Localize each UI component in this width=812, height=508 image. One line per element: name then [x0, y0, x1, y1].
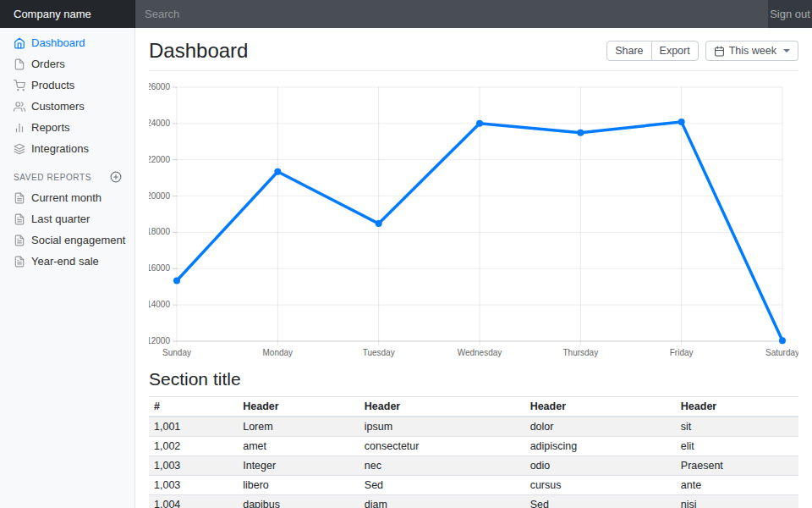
file-icon	[14, 58, 25, 70]
sign-out-link[interactable]: Sign out	[768, 0, 812, 28]
plus-circle-icon	[110, 171, 122, 183]
table-cell: 1,002	[149, 437, 238, 456]
table-cell: elit	[676, 437, 798, 456]
add-report-button[interactable]	[110, 171, 122, 183]
saved-report-social-engagement[interactable]: Social engagement	[0, 229, 135, 251]
table-cell: 1,003	[149, 476, 238, 495]
axis-tick-label: Tuesday	[363, 348, 395, 357]
table-cell: Integer	[238, 456, 359, 476]
search-input[interactable]	[135, 0, 768, 28]
axis-tick-label: 18000	[149, 227, 170, 236]
sidebar-item-customers[interactable]: Customers	[0, 96, 135, 117]
calendar-icon	[714, 46, 725, 57]
axis-tick-label: Sunday	[162, 348, 191, 357]
shopping-cart-icon	[14, 80, 25, 91]
table-header-cell: Header	[525, 397, 676, 417]
axis-tick-label: 14000	[149, 300, 170, 309]
saved-report-last-quarter[interactable]: Last quarter	[0, 208, 135, 229]
table-row: 1,003liberoSedcursusante	[149, 476, 798, 495]
sidebar-item-label: Products	[31, 79, 74, 91]
table-cell: Sed	[359, 476, 525, 495]
page-body: DashboardOrdersProductsCustomersReportsI…	[0, 28, 812, 508]
table-cell: nec	[359, 456, 525, 476]
table-cell: Lorem	[238, 417, 359, 437]
top-navbar: Company name Sign out	[0, 0, 812, 28]
share-button[interactable]: Share	[606, 41, 651, 61]
table-cell: amet	[238, 437, 359, 456]
sidebar-item-label: Integrations	[31, 142, 89, 155]
saved-report-year-end-sale[interactable]: Year-end sale	[0, 251, 135, 272]
chart-data-point	[779, 337, 786, 344]
sidebar-item-label: Social engagement	[31, 234, 125, 246]
export-button[interactable]: Export	[651, 41, 699, 61]
table-cell: Praesent	[676, 456, 798, 476]
chart-data-point	[476, 120, 483, 127]
saved-report-current-month[interactable]: Current month	[0, 187, 135, 208]
brand[interactable]: Company name	[0, 0, 135, 28]
axis-tick-label: Friday	[670, 348, 694, 357]
sidebar-item-orders[interactable]: Orders	[0, 53, 135, 75]
file-text-icon	[14, 213, 25, 225]
sidebar: DashboardOrdersProductsCustomersReportsI…	[0, 28, 135, 508]
section-title: Section title	[149, 369, 798, 389]
table-cell: diam	[359, 495, 525, 508]
table-cell: 1,003	[149, 456, 238, 476]
table-cell: cursus	[525, 476, 676, 495]
sidebar-item-label: Customers	[31, 100, 85, 113]
calendar-icon	[714, 46, 725, 57]
chart-data-point	[376, 220, 382, 227]
axis-tick-label: 20000	[149, 191, 170, 201]
table-cell: ipsum	[359, 417, 525, 437]
file-text-icon	[14, 256, 25, 268]
sidebar-nav: DashboardOrdersProductsCustomersReportsI…	[0, 32, 135, 159]
axis-tick-label: Thursday	[562, 348, 598, 357]
table-cell: Sed	[525, 495, 676, 508]
week-dropdown-label: This week	[729, 44, 776, 58]
sidebar-item-products[interactable]: Products	[0, 75, 135, 96]
table-row: 1,004dapibusdiamSednisi	[149, 495, 798, 508]
axis-tick-label: 16000	[149, 263, 170, 273]
week-dropdown-button[interactable]: This week	[705, 41, 798, 61]
axis-tick-label: 22000	[149, 155, 170, 164]
caret-down-icon	[783, 49, 790, 52]
axis-tick-label: Wednesday	[458, 348, 502, 357]
file-text-icon	[14, 192, 25, 204]
sidebar-item-label: Reports	[31, 121, 70, 134]
layers-icon	[14, 143, 25, 155]
table-cell: 1,001	[149, 417, 238, 437]
sidebar-item-label: Dashboard	[31, 36, 85, 49]
share-export-group: Share Export	[606, 41, 699, 61]
table-cell: libero	[238, 476, 359, 495]
main-content: Dashboard Share Export This week 1200014…	[135, 28, 812, 508]
home-icon	[14, 37, 25, 49]
page-title: Dashboard	[149, 39, 248, 63]
sidebar-item-reports[interactable]: Reports	[0, 117, 135, 138]
chart-data-point	[577, 130, 584, 136]
weekly-line-chart: 1200014000160001800020000220002400026000…	[149, 81, 798, 357]
toolbar: Share Export This week	[606, 41, 798, 61]
table-header-cell: Header	[359, 397, 525, 417]
sidebar-item-integrations[interactable]: Integrations	[0, 138, 135, 159]
chart-canvas: 1200014000160001800020000220002400026000…	[149, 81, 798, 357]
sidebar-item-label: Last quarter	[31, 213, 90, 225]
table-row: 1,003IntegernecodioPraesent	[149, 456, 798, 476]
table-cell: 1,004	[149, 495, 238, 508]
table-row: 1,002ametconsecteturadipiscingelit	[149, 437, 798, 456]
sidebar-item-label: Orders	[31, 58, 65, 70]
file-text-icon	[14, 235, 25, 246]
saved-reports-nav: Current monthLast quarterSocial engageme…	[0, 187, 135, 272]
table-header-cell: Header	[676, 397, 798, 417]
sidebar-item-label: Current month	[31, 191, 102, 204]
table-header-cell: #	[149, 397, 238, 417]
sidebar-item-dashboard[interactable]: Dashboard	[0, 32, 135, 53]
bar-chart-icon	[14, 122, 25, 134]
axis-tick-label: Saturday	[765, 348, 798, 357]
chart-data-point	[678, 119, 685, 125]
table-cell: odio	[525, 456, 676, 476]
table-row: 1,001Loremipsumdolorsit	[149, 417, 798, 437]
axis-tick-label: 26000	[149, 82, 170, 91]
saved-reports-label: Saved reports	[14, 173, 91, 182]
sidebar-item-label: Year-end sale	[31, 255, 99, 268]
table-cell: ante	[676, 476, 798, 495]
table-cell: adipiscing	[525, 437, 676, 456]
